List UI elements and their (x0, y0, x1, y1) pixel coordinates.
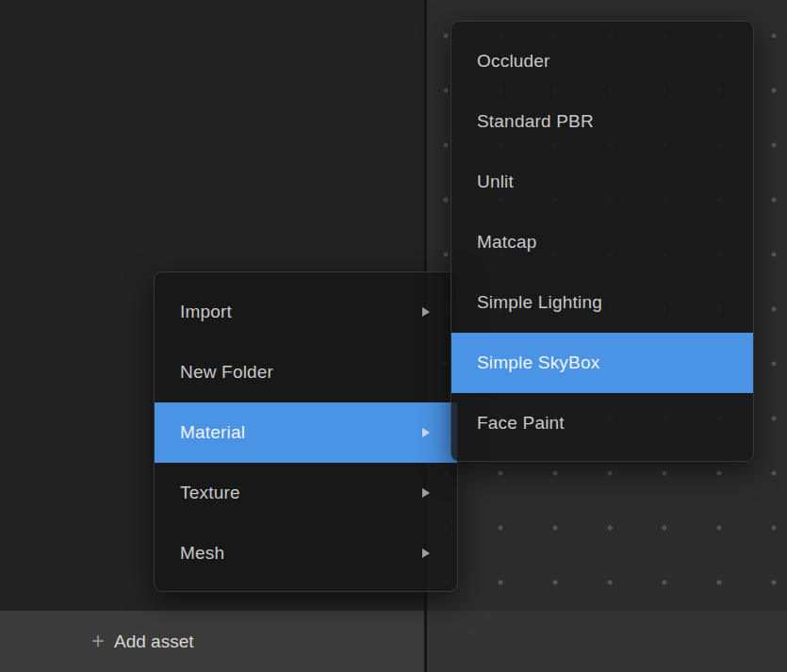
menu-item-unlit[interactable]: Unlit (451, 152, 753, 212)
menu-item-label: Texture (180, 483, 240, 503)
canvas-panel-footer (427, 611, 787, 672)
menu-item-label: Face Paint (477, 413, 565, 434)
menu-item-occluder[interactable]: Occluder (451, 31, 753, 91)
menu-item-matcap[interactable]: Matcap (451, 212, 753, 272)
menu-item-label: Material (180, 422, 245, 443)
assets-panel-footer: + Add asset (0, 611, 424, 672)
menu-item-label: Simple SkyBox (477, 352, 599, 373)
submenu-arrow-icon (422, 307, 430, 317)
menu-item-simple-lighting[interactable]: Simple Lighting (451, 272, 753, 333)
menu-item-texture[interactable]: Texture (155, 463, 457, 523)
menu-item-label: Unlit (477, 172, 514, 192)
menu-item-label: Standard PBR (477, 111, 594, 132)
menu-item-material[interactable]: Material (155, 402, 457, 463)
menu-item-face-paint[interactable]: Face Paint (451, 393, 753, 453)
submenu-arrow-icon (422, 549, 430, 558)
menu-item-standard-pbr[interactable]: Standard PBR (451, 91, 753, 152)
menu-item-mesh[interactable]: Mesh (155, 523, 457, 583)
menu-item-simple-skybox[interactable]: Simple SkyBox (451, 333, 753, 393)
material-type-submenu: Occluder Standard PBR Unlit Matcap Simpl… (451, 21, 754, 462)
menu-item-label: Matcap (477, 232, 537, 253)
menu-item-import[interactable]: Import (155, 282, 457, 342)
submenu-arrow-icon (422, 488, 430, 498)
submenu-arrow-icon (422, 428, 430, 437)
asset-context-menu: Import New Folder Material Texture Mesh (154, 271, 458, 592)
menu-item-label: New Folder (180, 362, 273, 383)
menu-item-label: Import (180, 302, 232, 322)
menu-item-label: Mesh (180, 543, 224, 564)
add-asset-label: Add asset (114, 631, 194, 652)
add-asset-button[interactable]: + Add asset (91, 631, 194, 653)
menu-item-label: Occluder (477, 51, 550, 72)
menu-item-new-folder[interactable]: New Folder (155, 342, 457, 402)
menu-item-label: Simple Lighting (477, 292, 602, 313)
editor-window: + Add asset Import New Folder Material T… (0, 0, 787, 672)
plus-icon: + (91, 630, 105, 652)
